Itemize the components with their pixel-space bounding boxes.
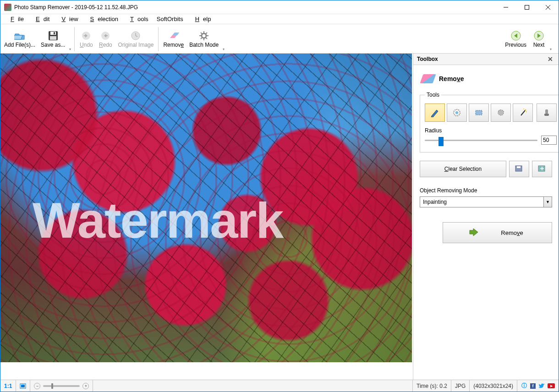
svg-rect-7 <box>50 36 56 40</box>
folder-open-icon <box>14 30 25 41</box>
undo-button[interactable]: Undo <box>77 25 96 53</box>
zoom-out-button[interactable]: − <box>34 383 40 389</box>
save-selection-button[interactable] <box>509 161 529 177</box>
status-time: Time (s): 0.2 <box>413 380 451 392</box>
save-dropdown[interactable]: ▾ <box>68 25 72 53</box>
svg-line-27 <box>521 110 525 115</box>
original-image-button[interactable]: Original Image <box>115 25 156 53</box>
load-selection-button[interactable] <box>532 161 552 177</box>
radius-slider[interactable] <box>425 136 537 144</box>
info-icon[interactable]: ⓘ <box>521 383 527 389</box>
previous-button[interactable]: Previous <box>502 25 529 53</box>
watermark-text: Watermark <box>33 191 283 249</box>
window-title: Photo Stamp Remover - 2019-05-12 11.52.4… <box>14 4 138 11</box>
arrow-go-icon <box>469 228 478 237</box>
svg-point-13 <box>202 33 206 38</box>
menu-view[interactable]: View <box>54 15 82 23</box>
svg-rect-37 <box>21 385 25 387</box>
svg-rect-26 <box>476 110 482 115</box>
svg-point-29 <box>523 109 524 109</box>
magic-wand-tool[interactable] <box>513 103 533 122</box>
mode-label: Object Removing Mode <box>420 187 552 194</box>
menu-selection[interactable]: Selection <box>83 15 122 23</box>
save-as-button[interactable]: Save as... <box>38 25 68 53</box>
mode-combobox[interactable]: Inpainting ▼ <box>420 196 552 207</box>
titlebar: Photo Stamp Remover - 2019-05-12 11.52.4… <box>0 0 559 14</box>
svg-point-25 <box>455 111 458 114</box>
redo-button[interactable]: Redo <box>96 25 115 53</box>
redo-icon <box>100 30 111 41</box>
marker-tool[interactable] <box>425 103 445 122</box>
freeform-select-tool[interactable] <box>491 103 511 122</box>
maximize-button[interactable] <box>516 0 537 14</box>
svg-line-21 <box>201 38 202 39</box>
batch-dropdown[interactable]: ▾ <box>221 25 226 53</box>
radius-label: Radius <box>425 127 557 134</box>
eraser-icon <box>168 30 179 41</box>
panel-title: Remove <box>420 70 552 92</box>
rectangle-select-tool[interactable] <box>469 103 489 122</box>
toolbox-header: Toolbox ✕ <box>413 54 559 65</box>
photo-preview: Watermark <box>0 54 412 362</box>
svg-line-19 <box>206 38 207 39</box>
gear-icon <box>198 30 209 41</box>
fit-screen-button[interactable] <box>16 380 30 392</box>
svg-line-18 <box>201 33 202 34</box>
menubar: File Edit View Selection Tools SoftOrbit… <box>0 14 559 24</box>
arrow-right-icon <box>533 30 544 41</box>
svg-rect-34 <box>517 166 521 168</box>
svg-rect-1 <box>525 5 529 9</box>
eraser-panel-icon <box>420 74 436 83</box>
status-dimensions: (4032x3021x24) <box>470 380 517 392</box>
svg-point-28 <box>525 109 526 111</box>
toolbox-panel: Toolbox ✕ Remove Tools <box>413 54 559 380</box>
zoom-ratio[interactable]: 1:1 <box>0 380 16 392</box>
remove-action-button[interactable]: Remove <box>443 222 552 243</box>
radius-input[interactable] <box>541 136 557 145</box>
twitter-icon[interactable] <box>538 383 545 389</box>
menu-help[interactable]: Help <box>188 15 215 23</box>
add-files-button[interactable]: Add File(s)... <box>1 25 38 53</box>
workspace: Watermark Toolbox ✕ Remove Tools <box>0 54 559 380</box>
toolbox-close-button[interactable]: ✕ <box>546 55 555 63</box>
close-button[interactable] <box>537 0 559 14</box>
menu-edit[interactable]: Edit <box>28 15 53 23</box>
youtube-icon[interactable]: ▶ <box>548 383 555 388</box>
next-button[interactable]: Next <box>529 25 548 53</box>
remove-button-toolbar[interactable]: Remove <box>160 25 186 53</box>
save-icon <box>48 30 59 41</box>
clone-stamp-tool[interactable] <box>537 103 557 122</box>
minimize-button[interactable] <box>495 0 516 14</box>
menu-file[interactable]: File <box>3 15 27 23</box>
app-icon <box>4 4 11 11</box>
svg-rect-31 <box>545 109 548 114</box>
zoom-in-button[interactable]: + <box>82 383 89 389</box>
facebook-icon[interactable]: f <box>530 383 536 389</box>
svg-line-20 <box>206 33 207 34</box>
nav-dropdown[interactable]: ▾ <box>548 25 553 53</box>
svg-rect-32 <box>544 114 549 116</box>
canvas[interactable]: Watermark <box>0 54 413 380</box>
status-format: JPG <box>451 380 470 392</box>
clock-icon <box>130 30 141 41</box>
zoom-slider[interactable] <box>43 385 80 387</box>
statusbar: 1:1 − + Time (s): 0.2 JPG (4032x3021x24)… <box>0 380 559 392</box>
svg-point-30 <box>526 111 527 112</box>
clear-selection-button[interactable]: Clear Selection <box>420 161 506 177</box>
color-select-tool[interactable] <box>447 103 467 122</box>
batch-mode-button[interactable]: Batch Mode <box>186 25 221 53</box>
undo-icon <box>81 30 92 41</box>
toolbar: Add File(s)... Save as... ▾ Undo Redo <box>0 24 559 54</box>
arrow-left-icon <box>510 30 521 41</box>
svg-rect-6 <box>54 32 55 34</box>
menu-softorbits[interactable]: SoftOrbits <box>153 15 187 23</box>
chevron-down-icon: ▼ <box>543 197 552 207</box>
menu-tools[interactable]: Tools <box>123 15 152 23</box>
svg-rect-5 <box>50 32 56 35</box>
window-controls <box>495 0 559 14</box>
tools-group: Tools <box>420 92 559 152</box>
